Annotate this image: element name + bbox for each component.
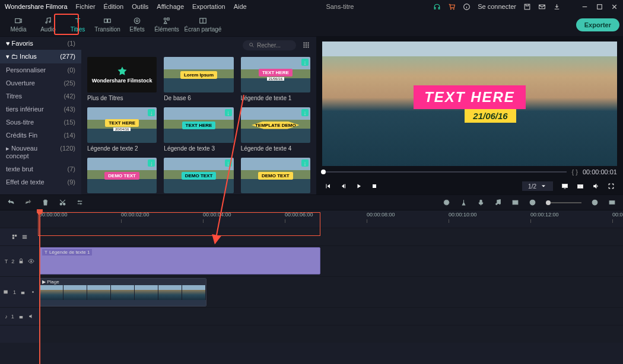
menu-affichage[interactable]: Affichage bbox=[157, 3, 184, 10]
asset-card[interactable]: ↓TEMPLATE DEMOLégende de texte 4 bbox=[241, 107, 310, 152]
zoom-out-icon[interactable] bbox=[529, 199, 536, 206]
prev-frame-icon[interactable] bbox=[325, 183, 332, 190]
headset-icon[interactable] bbox=[433, 3, 441, 11]
minimize-icon[interactable] bbox=[581, 3, 589, 11]
asset-card[interactable]: ↓DEMO TEXTLégende de texte 7 bbox=[241, 158, 310, 194]
stop-icon[interactable] bbox=[371, 183, 378, 190]
grid-view-icon[interactable] bbox=[302, 41, 310, 49]
download-icon[interactable] bbox=[553, 3, 561, 11]
lock-icon[interactable] bbox=[18, 313, 24, 320]
marker-icon[interactable] bbox=[460, 199, 468, 206]
sidebar-item[interactable]: Effet de texte(9) bbox=[0, 175, 81, 189]
menu-edition[interactable]: Édition bbox=[104, 3, 124, 10]
export-button[interactable]: Exporter bbox=[576, 18, 619, 31]
clip-title[interactable]: TLégende de texte 1 bbox=[39, 247, 320, 274]
sidebar-item[interactable]: Personnaliser(0) bbox=[0, 63, 81, 76]
sidebar-item[interactable]: Sous-titre(15) bbox=[0, 116, 81, 129]
playhead[interactable] bbox=[39, 210, 40, 364]
zoom-fit-icon[interactable] bbox=[608, 199, 616, 206]
search-input[interactable]: Recher... bbox=[243, 40, 296, 50]
sidebar-item[interactable]: tiers inférieur(43) bbox=[0, 103, 81, 116]
tab-audio[interactable]: Audio bbox=[33, 15, 63, 34]
menu-outils[interactable]: Outils bbox=[132, 3, 148, 10]
tab-elements[interactable]: Éléments bbox=[152, 15, 182, 34]
asset-card[interactable]: ↓DEMO TEXTLégende de texte 6 bbox=[164, 158, 233, 194]
delete-icon[interactable] bbox=[42, 199, 49, 206]
adjust-icon[interactable] bbox=[76, 199, 84, 206]
redo-icon[interactable] bbox=[24, 199, 32, 206]
svg-rect-5 bbox=[104, 19, 107, 23]
asset-caption: Légende de texte 1 bbox=[241, 95, 310, 101]
menu-aide[interactable]: Aide bbox=[234, 3, 247, 10]
menu-fichier[interactable]: Fichier bbox=[76, 3, 96, 10]
step-back-icon[interactable] bbox=[340, 183, 347, 190]
svg-point-14 bbox=[306, 42, 307, 43]
render-icon[interactable] bbox=[443, 199, 450, 206]
tab-split[interactable]: Écran partagé bbox=[182, 15, 224, 34]
asset-card[interactable]: ↓DEMO TEXTLégende de texte 5 bbox=[87, 158, 157, 194]
svg-point-25 bbox=[580, 186, 581, 187]
save-icon[interactable] bbox=[523, 3, 531, 11]
close-icon[interactable] bbox=[611, 3, 618, 11]
fullscreen-icon[interactable] bbox=[608, 183, 615, 190]
thumb: Wondershare Filmstock bbox=[87, 57, 157, 92]
eye-icon[interactable] bbox=[28, 258, 34, 264]
asset-card[interactable]: ↓TEXT HERE21/06/16Légende de texte 1 bbox=[241, 57, 310, 101]
mail-icon[interactable] bbox=[538, 3, 546, 11]
ruler-tick: 00:00:00:00 bbox=[39, 212, 68, 218]
sidebar-item[interactable]: ♥ Favoris(1) bbox=[0, 37, 81, 50]
cart-icon[interactable] bbox=[448, 3, 456, 11]
sidebar-item[interactable]: Ouverture(25) bbox=[0, 76, 81, 90]
track-manage[interactable] bbox=[0, 228, 39, 245]
tab-titres[interactable]: Titres bbox=[63, 15, 93, 34]
eye-icon[interactable] bbox=[30, 289, 36, 295]
lock-icon[interactable] bbox=[18, 258, 24, 264]
asset-card[interactable]: Lorem IpsumDe base 6 bbox=[164, 57, 233, 101]
sidebar-item[interactable]: Titres(42) bbox=[0, 90, 81, 103]
info-icon[interactable] bbox=[463, 3, 471, 11]
tab-media[interactable]: Média bbox=[4, 15, 33, 34]
overlay-line2: 21/06/16 bbox=[465, 109, 516, 123]
mute-icon[interactable] bbox=[28, 313, 34, 320]
zoom-ratio[interactable]: 1/2 bbox=[522, 181, 553, 191]
sidebar-item[interactable]: texte brut(7) bbox=[0, 162, 81, 175]
undo-icon[interactable] bbox=[7, 199, 15, 206]
svg-rect-1 bbox=[525, 4, 530, 9]
cut-icon[interactable] bbox=[59, 199, 66, 206]
display-icon[interactable] bbox=[561, 183, 568, 190]
tab-effets[interactable]: Effets bbox=[122, 15, 152, 34]
clip-video[interactable]: ▶ Plage bbox=[39, 278, 206, 306]
maximize-icon[interactable] bbox=[596, 3, 603, 11]
sidebar-item[interactable]: Crédits Fin(14) bbox=[0, 129, 81, 142]
timeline-ruler[interactable]: 00:00:00:0000:00:02:0000:00:04:0000:00:0… bbox=[0, 210, 623, 228]
music-icon[interactable] bbox=[494, 199, 502, 206]
mixer-icon[interactable] bbox=[511, 199, 519, 206]
timeline-toolbar bbox=[0, 194, 623, 210]
asset-card[interactable]: Wondershare FilmstockPlus de Titres bbox=[87, 57, 157, 101]
snapshot-icon[interactable] bbox=[577, 183, 584, 190]
asset-card[interactable]: ↓TEXT HERELégende de texte 3 bbox=[164, 107, 233, 152]
sidebar-item[interactable]: ▸ Nouveau concept(120) bbox=[0, 142, 81, 162]
volume-icon[interactable] bbox=[592, 183, 599, 190]
preview-scrubber[interactable] bbox=[322, 171, 567, 173]
ruler-tick: 00:00:06:00 bbox=[285, 212, 313, 218]
menu-exportation[interactable]: Exportation bbox=[192, 3, 225, 10]
tab-transition[interactable]: Transition bbox=[93, 15, 122, 34]
asset-card[interactable]: ↓TEXT HERE20/04/16Légende de texte 2 bbox=[87, 107, 157, 152]
download-badge-icon: ↓ bbox=[225, 109, 232, 116]
zoom-slider[interactable] bbox=[546, 202, 581, 203]
zoom-in-icon[interactable] bbox=[591, 199, 599, 206]
login-link[interactable]: Se connecter bbox=[478, 3, 516, 10]
ruler-tick: 00:00:04:00 bbox=[203, 212, 231, 218]
preview-viewport[interactable]: TEXT HERE 21/06/16 bbox=[322, 41, 617, 166]
sidebar-item[interactable]: ▾ 🗀 Inclus(277) bbox=[0, 50, 81, 63]
download-badge-icon: ↓ bbox=[301, 109, 309, 116]
document-title: Sans-titre bbox=[255, 3, 425, 10]
lock-icon[interactable] bbox=[20, 289, 26, 295]
asset-browser: Recher... Wondershare FilmstockPlus de T… bbox=[81, 37, 316, 194]
play-icon[interactable] bbox=[355, 183, 363, 190]
search-placeholder: Recher... bbox=[257, 42, 281, 49]
voiceover-icon[interactable] bbox=[477, 199, 485, 206]
audio-track-label: ♪ bbox=[5, 314, 8, 320]
clip-video-label: Plage bbox=[47, 279, 59, 285]
